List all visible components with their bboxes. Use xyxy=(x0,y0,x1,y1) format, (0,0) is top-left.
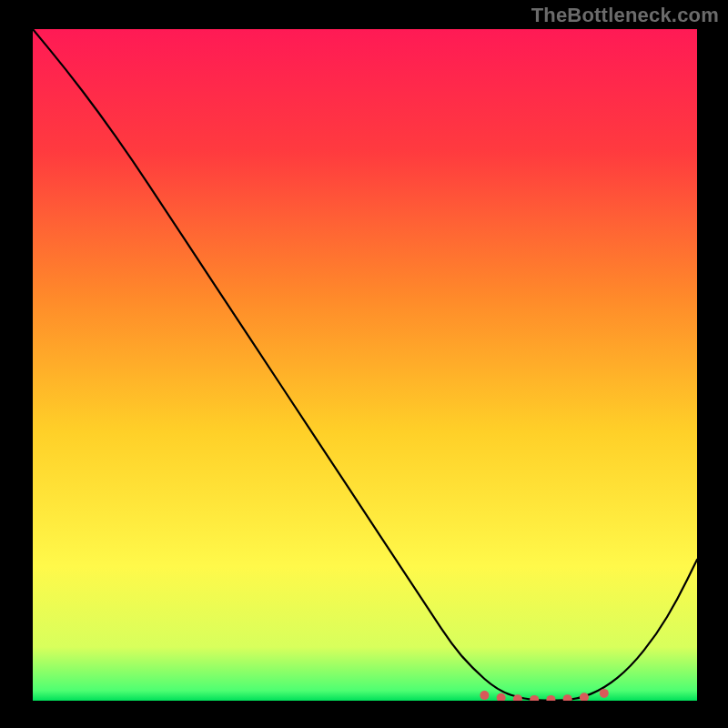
marker xyxy=(480,691,489,700)
chart-container: TheBottleneck.com xyxy=(0,0,728,728)
gradient-bg xyxy=(33,29,697,701)
plot-area xyxy=(33,29,697,701)
marker xyxy=(600,689,609,698)
watermark: TheBottleneck.com xyxy=(531,4,719,27)
chart-svg xyxy=(33,29,697,701)
